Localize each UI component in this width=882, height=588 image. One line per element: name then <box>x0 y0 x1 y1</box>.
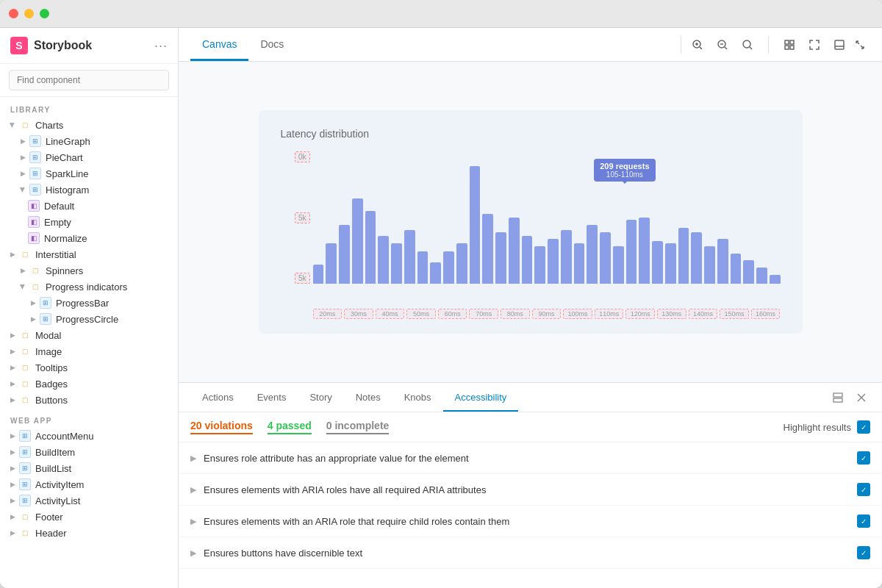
bar-2[interactable] <box>339 225 350 284</box>
sidebar-item-histogram[interactable]: ▶ ⊞ Histogram <box>0 182 178 198</box>
sidebar-item-piechart[interactable]: ▶ ⊞ PieChart <box>0 149 178 165</box>
chevron-right-icon: ▶ <box>190 453 196 463</box>
panel-layout-button[interactable] <box>829 389 847 406</box>
bar-11[interactable] <box>456 243 467 284</box>
zoom-reset-button[interactable] <box>737 35 758 55</box>
sidebar-item-spinners[interactable]: ▶ ▢ Spinners <box>0 262 178 279</box>
panel-close-button[interactable] <box>853 389 870 406</box>
zoom-in-button[interactable] <box>687 35 708 55</box>
bar-31[interactable] <box>717 239 728 284</box>
chevron-right-icon: ▶ <box>7 512 18 522</box>
panel-button[interactable] <box>829 35 850 55</box>
bar-8[interactable] <box>417 251 429 284</box>
sidebar-item-accountmenu[interactable]: ▶ ⊞ AccountMenu <box>0 428 178 444</box>
sidebar-item-badges[interactable]: ▶ ▢ Badges <box>0 376 178 392</box>
bar-29[interactable] <box>691 232 702 284</box>
sidebar-item-sparkline[interactable]: ▶ ⊞ SparkLine <box>0 165 178 182</box>
sidebar-item-linegraph[interactable]: ▶ ⊞ LineGraph <box>0 133 178 149</box>
bar-28[interactable] <box>678 228 689 284</box>
sidebar-item-activityitem[interactable]: ▶ ⊞ ActivityItem <box>0 476 178 492</box>
sidebar-item-label: BuildItem <box>35 447 75 458</box>
minimize-button[interactable] <box>24 9 34 18</box>
sidebar-item-activitylist[interactable]: ▶ ⊞ ActivityList <box>0 492 178 509</box>
bar-35[interactable] <box>770 275 781 284</box>
bar-21[interactable] <box>587 225 598 284</box>
bar-32[interactable] <box>731 254 742 284</box>
canvas-area: Latency distribution 0k 5k 5k 209 reques… <box>179 62 882 382</box>
sidebar-menu-button[interactable]: ··· <box>154 38 168 54</box>
highlight-label: Highlight results <box>784 422 852 433</box>
bar-26[interactable] <box>652 241 663 284</box>
tab-accessibility[interactable]: Accessibility <box>443 384 519 412</box>
bar-7[interactable] <box>404 230 415 284</box>
incomplete-count[interactable]: 0 incomplete <box>326 420 390 434</box>
tab-canvas[interactable]: Canvas <box>190 29 248 61</box>
a11y-item-3[interactable]: ▶ Ensures buttons have discernible text … <box>179 537 882 569</box>
sidebar-item-empty[interactable]: ◧ Empty <box>0 214 178 230</box>
a11y-item-0[interactable]: ▶ Ensures role attribute has an appropri… <box>179 442 882 474</box>
bar-20[interactable] <box>574 243 585 284</box>
bar-24[interactable] <box>626 220 637 284</box>
sidebar-item-charts[interactable]: ▶ ▢ Charts <box>0 117 178 133</box>
bar-16[interactable] <box>522 236 533 284</box>
passed-count[interactable]: 4 passed <box>268 420 312 434</box>
tab-story[interactable]: Story <box>298 384 343 412</box>
sidebar-item-progress-indicators[interactable]: ▶ ▢ Progress indicators <box>0 279 178 295</box>
bar-13[interactable] <box>482 214 493 284</box>
bar-12[interactable] <box>470 166 481 284</box>
tab-events[interactable]: Events <box>245 384 298 412</box>
sidebar-item-progresscircle[interactable]: ▶ ⊞ ProgressCircle <box>0 311 178 327</box>
fullscreen-button[interactable] <box>804 35 825 55</box>
sidebar-item-default[interactable]: ◧ Default <box>0 198 178 214</box>
close-button[interactable] <box>9 9 18 18</box>
bar-30[interactable] <box>704 246 715 284</box>
component-icon: ⊞ <box>19 430 31 442</box>
sidebar-item-image[interactable]: ▶ ▢ Image <box>0 343 178 359</box>
bar-25[interactable] <box>639 218 650 284</box>
sidebar-item-modal[interactable]: ▶ ▢ Modal <box>0 327 178 343</box>
sidebar-item-builditem[interactable]: ▶ ⊞ BuildItem <box>0 444 178 460</box>
maximize-button[interactable] <box>40 9 49 18</box>
a11y-item-1[interactable]: ▶ Ensures elements with ARIA roles have … <box>179 474 882 506</box>
bar-6[interactable] <box>391 243 402 284</box>
bar-15[interactable] <box>509 218 520 284</box>
bar-18[interactable] <box>548 239 559 284</box>
bar-9[interactable] <box>430 262 441 284</box>
grid-button[interactable] <box>779 35 800 55</box>
bar-19[interactable] <box>561 230 572 284</box>
sidebar-item-header[interactable]: ▶ ▢ Header <box>0 525 178 541</box>
sidebar-item-buttons[interactable]: ▶ ▢ Buttons <box>0 392 178 408</box>
toolbar-tabs: Canvas Docs <box>190 29 675 60</box>
a11y-item-2[interactable]: ▶ Ensures elements with an ARIA role tha… <box>179 506 882 537</box>
sidebar-item-interstitial[interactable]: ▶ ▢ Interstitial <box>0 246 178 262</box>
bar-27[interactable] <box>665 243 676 284</box>
bar-14[interactable] <box>495 232 506 284</box>
bar-33[interactable] <box>743 260 754 284</box>
expand-button[interactable] <box>850 35 870 55</box>
bar-10[interactable] <box>443 251 454 284</box>
titlebar <box>0 0 882 28</box>
bar-34[interactable] <box>756 268 767 284</box>
tab-notes[interactable]: Notes <box>344 384 392 412</box>
sidebar-item-progressbar[interactable]: ▶ ⊞ ProgressBar <box>0 295 178 311</box>
zoom-out-button[interactable] <box>712 35 733 55</box>
sidebar-item-footer[interactable]: ▶ ▢ Footer <box>0 509 178 525</box>
tab-docs[interactable]: Docs <box>248 29 295 61</box>
bar-17[interactable] <box>534 246 545 284</box>
sidebar-item-buildlist[interactable]: ▶ ⊞ BuildList <box>0 460 178 476</box>
bar-5[interactable] <box>378 236 389 284</box>
highlight-checkbox[interactable]: ✓ <box>857 420 870 434</box>
tab-knobs[interactable]: Knobs <box>392 384 443 412</box>
bar-22[interactable] <box>600 232 611 284</box>
sidebar-item-normalize[interactable]: ◧ Normalize <box>0 230 178 246</box>
bar-23[interactable] <box>613 246 624 284</box>
tab-actions[interactable]: Actions <box>190 384 245 412</box>
search-input[interactable] <box>9 70 169 90</box>
bar-0[interactable] <box>313 265 324 284</box>
bar-4[interactable] <box>365 211 376 284</box>
bar-1[interactable] <box>326 243 337 284</box>
bar-3[interactable] <box>352 198 363 284</box>
sidebar-item-tooltips[interactable]: ▶ ▢ Tooltips <box>0 359 178 376</box>
a11y-item-text: Ensures role attribute has an appropriat… <box>204 453 857 464</box>
violations-count[interactable]: 20 violations <box>190 420 253 434</box>
